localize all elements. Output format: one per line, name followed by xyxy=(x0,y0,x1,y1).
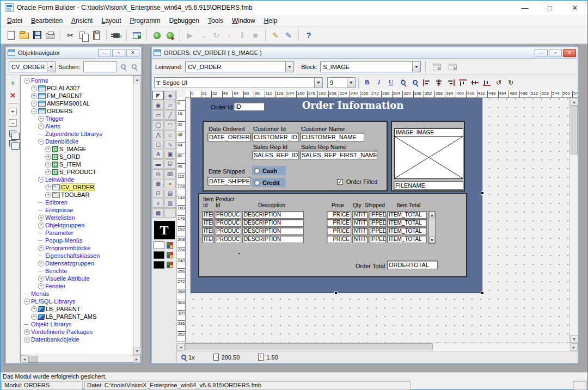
reshape-tool[interactable]: ▱ xyxy=(164,101,176,110)
rotate-cw-button[interactable]: ↻ xyxy=(505,77,516,88)
item-row-3-c6-field[interactable]: IPPED xyxy=(369,227,386,235)
item-row-4-c6-field[interactable]: IPPED xyxy=(369,236,386,243)
spare-tool[interactable] xyxy=(164,208,176,218)
scroll-up-icon[interactable]: ▲ xyxy=(429,212,435,218)
menu-window[interactable]: Window xyxy=(228,15,260,26)
text-tool[interactable]: A xyxy=(152,150,164,159)
polyline-tool[interactable]: ⋀ xyxy=(152,130,164,139)
item-row-3-c5-field[interactable]: NTITY xyxy=(352,227,367,235)
tree-item-objektgruppen[interactable]: +Objektgruppen xyxy=(21,221,133,229)
expand-icon[interactable]: + xyxy=(38,245,44,251)
canvas-viewport[interactable]: Order Id ID Order Information Date Order… xyxy=(186,98,569,343)
compile-file-icon[interactable] xyxy=(150,29,163,42)
item-row-4-c2-field[interactable]: PRODUC xyxy=(215,236,241,243)
chevron-down-icon[interactable] xyxy=(412,62,420,72)
item-row-2-c4-field[interactable]: PRICE xyxy=(327,219,351,227)
collapse-icon[interactable]: − xyxy=(38,139,44,145)
expand-icon[interactable]: + xyxy=(38,276,44,282)
expand-icon[interactable]: + xyxy=(38,215,44,221)
editor-vertical-scrollbar[interactable]: ▲ ▼ xyxy=(569,98,578,343)
chevron-down-icon[interactable] xyxy=(347,78,355,88)
tree-item-lb-parent[interactable]: +LB_PARENT xyxy=(21,305,133,313)
item-row-2-c1-field[interactable]: ITEM xyxy=(202,219,213,227)
font-size-combo[interactable]: 9 xyxy=(327,77,356,88)
customer-name-field[interactable]: CUSTOMER_NAME xyxy=(300,133,364,141)
tree-item-vordefinierte-packages[interactable]: +Vordefinierte Packages xyxy=(21,328,133,336)
chevron-down-icon[interactable] xyxy=(314,78,322,88)
chevron-down-icon[interactable] xyxy=(285,62,293,72)
expand-all-icon[interactable] xyxy=(9,131,16,137)
scroll-up-icon[interactable]: ▲ xyxy=(570,98,578,106)
scrollbar-thumb[interactable] xyxy=(571,106,578,154)
select-tool[interactable]: ◤ xyxy=(152,91,164,100)
zoom-out-button[interactable] xyxy=(409,77,420,88)
chart-item-tool[interactable]: ▤ xyxy=(164,189,176,198)
menu-debuggen[interactable]: Debuggen xyxy=(165,15,204,26)
copy-icon[interactable] xyxy=(77,29,90,42)
collapse-icon[interactable]: − xyxy=(24,78,30,84)
delete-object-button[interactable]: ✕ xyxy=(8,91,18,100)
scrollbar-thumb[interactable] xyxy=(185,343,433,350)
menu-bearbeiten[interactable]: Bearbeiten xyxy=(27,15,67,26)
expand-icon[interactable]: + xyxy=(38,283,44,289)
display-item-tool[interactable]: ▬ xyxy=(152,159,164,169)
zoom-in-button[interactable] xyxy=(397,77,408,88)
item-row-3-c4-field[interactable]: PRICE xyxy=(327,227,351,235)
tree-item-amsfms001al[interactable]: +AMSFMS001AL xyxy=(21,100,133,107)
item-row-1-c6-field[interactable]: IPPED xyxy=(369,211,386,219)
tree-item-ereignisse[interactable]: Ereignisse xyxy=(21,206,133,214)
menu-help[interactable]: Help xyxy=(260,15,282,26)
rotate-tool[interactable]: ◈ xyxy=(164,91,176,100)
compile-all-icon[interactable] xyxy=(163,29,176,42)
data-block-wizard-icon[interactable]: ✎ xyxy=(282,29,295,42)
item-row-1-c3-field[interactable]: DESCRIPTION xyxy=(242,211,304,219)
tree-item-s-ord[interactable]: +S_ORD xyxy=(21,153,133,160)
text-color-well[interactable] xyxy=(154,261,175,269)
tree-item-men-s[interactable]: Menüs xyxy=(21,290,133,298)
expand-icon[interactable]: + xyxy=(31,93,37,99)
tree-item-datensatzgruppen[interactable]: +Datensatzgruppen xyxy=(21,259,133,267)
selection-handle[interactable] xyxy=(481,191,484,195)
tree-item-datenbankobjekte[interactable]: +Datenbankobjekte xyxy=(21,336,133,343)
item-row-2-c2-field[interactable]: PRODUC xyxy=(215,219,241,227)
freehand-tool[interactable]: ∿ xyxy=(164,140,176,149)
expand-icon[interactable]: + xyxy=(31,85,37,91)
align-right-button[interactable] xyxy=(445,77,456,88)
tree-item-zugeordnete-librarys[interactable]: Zugeordnete Librarys xyxy=(21,130,133,138)
collapse-button[interactable]: − xyxy=(9,119,17,127)
editor-horizontal-scrollbar[interactable]: ◄ ► xyxy=(177,343,578,351)
scroll-left-icon[interactable]: ◄ xyxy=(21,355,28,363)
magnify-tool[interactable]: ◉ xyxy=(152,101,164,110)
menu-layout[interactable]: Layout xyxy=(97,15,125,26)
rounded-rect-tool[interactable]: ▢ xyxy=(152,140,164,149)
navigator-vertical-scrollbar[interactable]: ▲ ▼ xyxy=(133,76,140,355)
run-form-icon[interactable] xyxy=(130,29,143,42)
editor-restore-button[interactable]: ▫ xyxy=(549,49,562,57)
payment-cash-radio[interactable]: Cash xyxy=(252,166,286,175)
help-icon[interactable]: ? xyxy=(302,29,315,42)
polygon-tool[interactable]: ⌂ xyxy=(164,130,176,139)
item-row-1-c7-field[interactable]: ITEM_TOTAL xyxy=(387,211,427,219)
item-row-1-c1-field[interactable]: ITEM xyxy=(202,211,213,219)
expand-icon[interactable]: + xyxy=(45,162,51,168)
selection-handle[interactable] xyxy=(481,292,484,295)
item-row-2-c7-field[interactable]: ITEM_TOTAL xyxy=(387,219,427,227)
collapse-icon[interactable]: − xyxy=(38,177,44,183)
filename-field[interactable]: FILENAME xyxy=(394,181,463,190)
item-row-2-c3-field[interactable]: DESCRIPTION xyxy=(242,219,304,227)
save-icon[interactable] xyxy=(30,29,44,42)
tree-item-objekt-librarys[interactable]: Objekt-Librarys xyxy=(21,320,133,328)
editor-titlebar[interactable]: ORDERS: CV_ORDER ( S_IMAGE ) — ▫ ✕ xyxy=(152,47,578,59)
menu-datei[interactable]: Datei xyxy=(3,15,27,26)
bold-button[interactable]: B xyxy=(362,77,372,88)
expand-icon[interactable]: + xyxy=(38,222,44,228)
item-row-1-c2-field[interactable]: PRODUC xyxy=(215,211,241,219)
navigator-titlebar[interactable]: Objektnavigator — ▫ ✕ xyxy=(6,47,141,59)
sound-item-tool[interactable]: ● xyxy=(164,179,176,188)
italic-button[interactable]: I xyxy=(373,77,384,88)
items-scrollbar[interactable]: ▲ ▼ xyxy=(428,211,436,244)
collapse-icon[interactable]: − xyxy=(24,299,30,305)
paste-icon[interactable] xyxy=(90,29,103,42)
expand-icon[interactable]: + xyxy=(38,123,44,129)
scroll-right-icon[interactable]: ► xyxy=(570,343,578,351)
